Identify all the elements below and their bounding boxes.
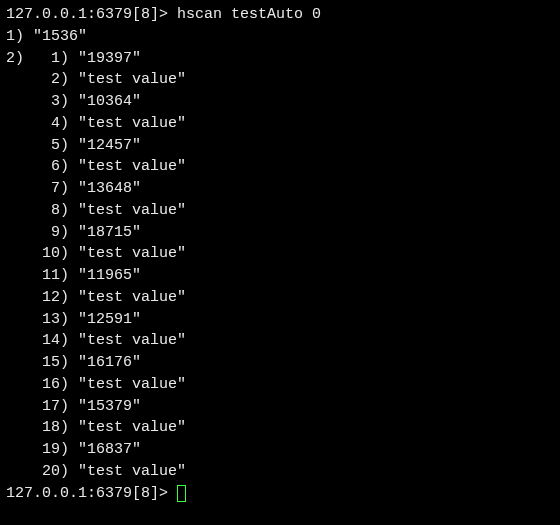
terminal-line: 18) "test value" [6, 417, 554, 439]
terminal-output: 127.0.0.1:6379[8]> hscan testAuto 01) "1… [6, 4, 554, 483]
terminal-line: 127.0.0.1:6379[8]> hscan testAuto 0 [6, 4, 554, 26]
cursor-block [177, 485, 186, 502]
terminal-line: 15) "16176" [6, 352, 554, 374]
terminal-line: 5) "12457" [6, 135, 554, 157]
terminal-line: 7) "13648" [6, 178, 554, 200]
terminal-line: 20) "test value" [6, 461, 554, 483]
terminal-line: 16) "test value" [6, 374, 554, 396]
terminal-line: 10) "test value" [6, 243, 554, 265]
terminal-line: 4) "test value" [6, 113, 554, 135]
terminal-line: 3) "10364" [6, 91, 554, 113]
terminal-line: 14) "test value" [6, 330, 554, 352]
terminal-line: 13) "12591" [6, 309, 554, 331]
terminal-line: 6) "test value" [6, 156, 554, 178]
terminal-line: 8) "test value" [6, 200, 554, 222]
terminal-line: 17) "15379" [6, 396, 554, 418]
terminal-line: 11) "11965" [6, 265, 554, 287]
prompt-line[interactable]: 127.0.0.1:6379[8]> [6, 483, 554, 505]
terminal-line: 9) "18715" [6, 222, 554, 244]
terminal-line: 19) "16837" [6, 439, 554, 461]
terminal-line: 2) 1) "19397" [6, 48, 554, 70]
prompt-text: 127.0.0.1:6379[8]> [6, 485, 177, 502]
terminal-line: 2) "test value" [6, 69, 554, 91]
terminal-line: 1) "1536" [6, 26, 554, 48]
terminal-line: 12) "test value" [6, 287, 554, 309]
